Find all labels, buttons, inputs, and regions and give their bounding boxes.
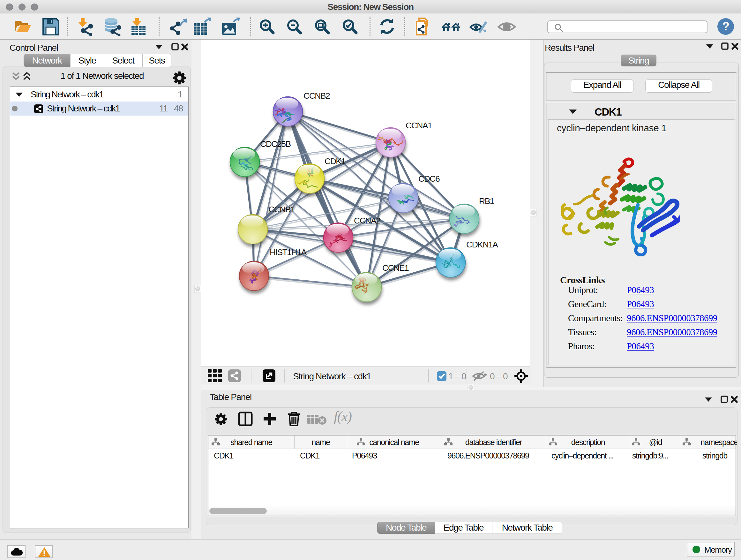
svg-text:CCNA1: CCNA1 — [406, 121, 432, 130]
svg-text:CCNA2: CCNA2 — [354, 216, 381, 226]
svg-text:CCNB1: CCNB1 — [268, 205, 295, 214]
svg-text:CCNB2: CCNB2 — [304, 91, 330, 101]
svg-text:RB1: RB1 — [479, 196, 494, 206]
svg-text:HIST1H1A: HIST1H1A — [270, 247, 307, 257]
svg-text:CCNE1: CCNE1 — [382, 263, 409, 273]
svg-text:CDC6: CDC6 — [418, 174, 440, 184]
svg-text:CDC25B: CDC25B — [260, 139, 291, 149]
svg-text:CDK1: CDK1 — [325, 157, 345, 166]
svg-text:CDKN1A: CDKN1A — [466, 240, 498, 249]
